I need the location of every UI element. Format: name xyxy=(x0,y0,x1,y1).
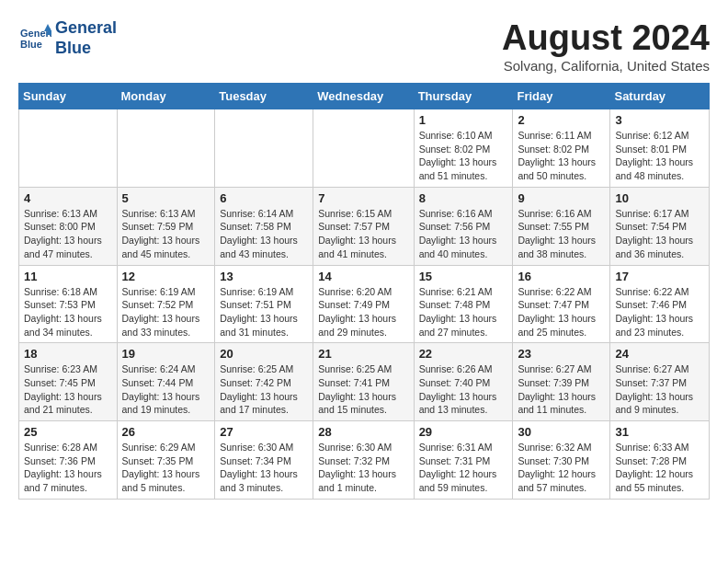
day-info: Sunrise: 6:15 AM Sunset: 7:57 PM Dayligh… xyxy=(318,207,408,261)
day-cell: 30Sunrise: 6:32 AM Sunset: 7:30 PM Dayli… xyxy=(513,421,610,500)
day-number: 23 xyxy=(518,347,605,361)
day-number: 7 xyxy=(318,191,408,205)
header-sunday: Sunday xyxy=(19,84,118,109)
day-info: Sunrise: 6:27 AM Sunset: 7:37 PM Dayligh… xyxy=(615,362,704,417)
day-info: Sunrise: 6:26 AM Sunset: 7:40 PM Dayligh… xyxy=(419,362,508,417)
svg-text:Blue: Blue xyxy=(20,39,42,50)
day-cell: 13Sunrise: 6:19 AM Sunset: 7:51 PM Dayli… xyxy=(215,265,313,343)
logo: General Blue General Blue xyxy=(18,18,117,58)
day-number: 14 xyxy=(318,270,408,283)
day-cell: 18Sunrise: 6:23 AM Sunset: 7:45 PM Dayli… xyxy=(19,343,118,421)
day-number: 19 xyxy=(122,347,210,361)
day-info: Sunrise: 6:31 AM Sunset: 7:31 PM Dayligh… xyxy=(419,441,508,495)
day-number: 16 xyxy=(518,270,605,283)
day-number: 3 xyxy=(615,113,704,127)
day-info: Sunrise: 6:13 AM Sunset: 7:59 PM Dayligh… xyxy=(122,207,210,261)
day-cell: 19Sunrise: 6:24 AM Sunset: 7:44 PM Dayli… xyxy=(117,343,215,421)
day-number: 10 xyxy=(615,191,704,205)
day-number: 8 xyxy=(419,191,508,205)
day-cell: 27Sunrise: 6:30 AM Sunset: 7:34 PM Dayli… xyxy=(215,421,313,500)
day-cell xyxy=(117,109,215,188)
day-info: Sunrise: 6:17 AM Sunset: 7:54 PM Dayligh… xyxy=(615,207,704,261)
day-number: 22 xyxy=(419,347,508,361)
header-saturday: Saturday xyxy=(610,84,710,109)
day-number: 1 xyxy=(419,113,508,127)
day-number: 13 xyxy=(220,270,308,283)
day-number: 24 xyxy=(615,347,704,361)
week-row-3: 11Sunrise: 6:18 AM Sunset: 7:53 PM Dayli… xyxy=(19,265,710,343)
day-number: 9 xyxy=(518,191,605,205)
day-cell: 26Sunrise: 6:29 AM Sunset: 7:35 PM Dayli… xyxy=(117,421,215,500)
day-cell: 4Sunrise: 6:13 AM Sunset: 8:00 PM Daylig… xyxy=(19,187,118,265)
logo-icon: General Blue xyxy=(18,22,51,55)
day-cell: 17Sunrise: 6:22 AM Sunset: 7:46 PM Dayli… xyxy=(610,265,710,343)
day-cell: 16Sunrise: 6:22 AM Sunset: 7:47 PM Dayli… xyxy=(513,265,610,343)
day-number: 18 xyxy=(24,347,112,361)
day-cell: 1Sunrise: 6:10 AM Sunset: 8:02 PM Daylig… xyxy=(414,109,513,188)
day-cell: 23Sunrise: 6:27 AM Sunset: 7:39 PM Dayli… xyxy=(513,343,610,421)
week-row-4: 18Sunrise: 6:23 AM Sunset: 7:45 PM Dayli… xyxy=(19,343,710,421)
header-tuesday: Tuesday xyxy=(215,84,313,109)
logo-text: General Blue xyxy=(55,18,117,58)
day-cell: 31Sunrise: 6:33 AM Sunset: 7:28 PM Dayli… xyxy=(610,421,710,500)
week-row-1: 1Sunrise: 6:10 AM Sunset: 8:02 PM Daylig… xyxy=(19,109,710,188)
day-cell: 28Sunrise: 6:30 AM Sunset: 7:32 PM Dayli… xyxy=(313,421,414,500)
calendar-header-row: SundayMondayTuesdayWednesdayThursdayFrid… xyxy=(19,84,710,109)
title-block: August 2024 Solvang, California, United … xyxy=(502,18,710,74)
day-info: Sunrise: 6:18 AM Sunset: 7:53 PM Dayligh… xyxy=(24,285,112,339)
day-cell: 24Sunrise: 6:27 AM Sunset: 7:37 PM Dayli… xyxy=(610,343,710,421)
day-info: Sunrise: 6:33 AM Sunset: 7:28 PM Dayligh… xyxy=(615,441,704,495)
day-number: 31 xyxy=(615,425,704,439)
day-cell: 14Sunrise: 6:20 AM Sunset: 7:49 PM Dayli… xyxy=(313,265,414,343)
day-info: Sunrise: 6:12 AM Sunset: 8:01 PM Dayligh… xyxy=(615,129,704,183)
day-number: 6 xyxy=(220,191,308,205)
day-info: Sunrise: 6:21 AM Sunset: 7:48 PM Dayligh… xyxy=(419,285,508,339)
day-info: Sunrise: 6:19 AM Sunset: 7:51 PM Dayligh… xyxy=(220,285,308,339)
page-header: General Blue General Blue August 2024 So… xyxy=(18,18,710,74)
day-info: Sunrise: 6:16 AM Sunset: 7:55 PM Dayligh… xyxy=(518,207,605,261)
day-info: Sunrise: 6:25 AM Sunset: 7:41 PM Dayligh… xyxy=(318,362,408,417)
day-cell: 2Sunrise: 6:11 AM Sunset: 8:02 PM Daylig… xyxy=(513,109,610,188)
day-cell: 15Sunrise: 6:21 AM Sunset: 7:48 PM Dayli… xyxy=(414,265,513,343)
day-cell: 8Sunrise: 6:16 AM Sunset: 7:56 PM Daylig… xyxy=(414,187,513,265)
day-info: Sunrise: 6:14 AM Sunset: 7:58 PM Dayligh… xyxy=(220,207,308,261)
day-info: Sunrise: 6:11 AM Sunset: 8:02 PM Dayligh… xyxy=(518,129,605,183)
day-cell xyxy=(313,109,414,188)
day-info: Sunrise: 6:16 AM Sunset: 7:56 PM Dayligh… xyxy=(419,207,508,261)
day-info: Sunrise: 6:30 AM Sunset: 7:34 PM Dayligh… xyxy=(220,441,308,495)
week-row-5: 25Sunrise: 6:28 AM Sunset: 7:36 PM Dayli… xyxy=(19,421,710,500)
day-info: Sunrise: 6:28 AM Sunset: 7:36 PM Dayligh… xyxy=(24,441,112,495)
day-cell: 5Sunrise: 6:13 AM Sunset: 7:59 PM Daylig… xyxy=(117,187,215,265)
day-info: Sunrise: 6:13 AM Sunset: 8:00 PM Dayligh… xyxy=(24,207,112,261)
day-number: 5 xyxy=(122,191,210,205)
header-monday: Monday xyxy=(117,84,215,109)
day-info: Sunrise: 6:22 AM Sunset: 7:46 PM Dayligh… xyxy=(615,285,704,339)
day-cell xyxy=(215,109,313,188)
day-number: 4 xyxy=(24,191,112,205)
day-cell: 12Sunrise: 6:19 AM Sunset: 7:52 PM Dayli… xyxy=(117,265,215,343)
day-cell: 6Sunrise: 6:14 AM Sunset: 7:58 PM Daylig… xyxy=(215,187,313,265)
day-number: 27 xyxy=(220,425,308,439)
day-info: Sunrise: 6:27 AM Sunset: 7:39 PM Dayligh… xyxy=(518,362,605,417)
day-number: 20 xyxy=(220,347,308,361)
day-number: 28 xyxy=(318,425,408,439)
day-info: Sunrise: 6:24 AM Sunset: 7:44 PM Dayligh… xyxy=(122,362,210,417)
day-cell: 21Sunrise: 6:25 AM Sunset: 7:41 PM Dayli… xyxy=(313,343,414,421)
day-cell: 9Sunrise: 6:16 AM Sunset: 7:55 PM Daylig… xyxy=(513,187,610,265)
header-friday: Friday xyxy=(513,84,610,109)
calendar-table: SundayMondayTuesdayWednesdayThursdayFrid… xyxy=(18,83,710,500)
day-number: 30 xyxy=(518,425,605,439)
day-number: 2 xyxy=(518,113,605,127)
day-number: 25 xyxy=(24,425,112,439)
day-number: 29 xyxy=(419,425,508,439)
day-info: Sunrise: 6:23 AM Sunset: 7:45 PM Dayligh… xyxy=(24,362,112,417)
day-cell: 20Sunrise: 6:25 AM Sunset: 7:42 PM Dayli… xyxy=(215,343,313,421)
week-row-2: 4Sunrise: 6:13 AM Sunset: 8:00 PM Daylig… xyxy=(19,187,710,265)
header-wednesday: Wednesday xyxy=(313,84,414,109)
day-number: 17 xyxy=(615,270,704,283)
day-info: Sunrise: 6:20 AM Sunset: 7:49 PM Dayligh… xyxy=(318,285,408,339)
day-number: 26 xyxy=(122,425,210,439)
location: Solvang, California, United States xyxy=(502,58,710,74)
day-info: Sunrise: 6:25 AM Sunset: 7:42 PM Dayligh… xyxy=(220,362,308,417)
day-info: Sunrise: 6:32 AM Sunset: 7:30 PM Dayligh… xyxy=(518,441,605,495)
